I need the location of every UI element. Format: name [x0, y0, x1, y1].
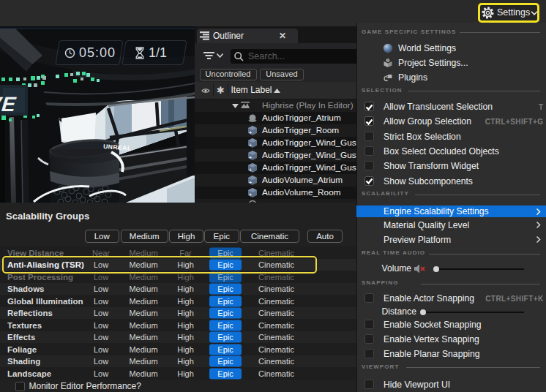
svg-text:+: + [249, 155, 252, 160]
svg-text:+: + [249, 180, 252, 185]
svg-text:VE: VE [0, 93, 18, 116]
svg-text:+: + [249, 167, 252, 173]
svg-text:+: + [249, 143, 252, 148]
svg-text:+: + [249, 192, 252, 197]
svg-text:+: + [249, 130, 252, 135]
